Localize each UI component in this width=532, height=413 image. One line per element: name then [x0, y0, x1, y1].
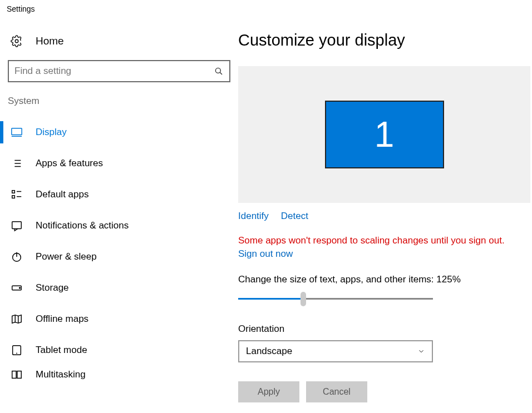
sidebar-item-label: Storage [36, 282, 69, 293]
sidebar-item-default-apps[interactable]: Default apps [0, 179, 238, 210]
apply-button[interactable]: Apply [238, 381, 299, 402]
signout-link[interactable]: Sign out now [238, 248, 293, 260]
svg-rect-13 [12, 196, 15, 198]
nav-list: Display Apps & features [0, 117, 238, 384]
scaling-warning: Some apps won't respond to scaling chang… [238, 235, 532, 246]
orientation-select[interactable]: Landscape [238, 340, 433, 362]
sidebar-item-label: Offline maps [36, 314, 88, 325]
svg-line-2 [220, 72, 222, 74]
display-arrangement-preview[interactable]: 1 [238, 66, 530, 203]
tablet-icon [10, 344, 23, 357]
scale-slider[interactable] [238, 292, 433, 305]
sidebar-item-apps-features[interactable]: Apps & features [0, 148, 238, 179]
sidebar-item-label: Power & sleep [36, 251, 97, 262]
storage-icon [10, 281, 23, 295]
sidebar: Home System Display [0, 18, 238, 412]
svg-point-1 [215, 68, 220, 73]
gear-icon [10, 34, 23, 48]
svg-point-19 [19, 287, 21, 288]
orientation-value: Landscape [246, 346, 292, 357]
sidebar-item-home[interactable]: Home [0, 34, 238, 60]
sidebar-item-tablet-mode[interactable]: Tablet mode [0, 335, 238, 366]
map-icon [10, 312, 23, 326]
main-panel: Customize your display 1 Identify Detect… [238, 18, 532, 412]
sidebar-item-label: Display [36, 127, 67, 138]
sidebar-item-label: Apps & features [36, 158, 103, 169]
sidebar-item-power-sleep[interactable]: Power & sleep [0, 241, 238, 272]
page-title: Customize your display [238, 31, 532, 49]
svg-point-0 [15, 39, 18, 43]
sidebar-item-label: Default apps [36, 189, 88, 200]
svg-rect-15 [12, 222, 22, 229]
notification-icon [10, 219, 23, 232]
sidebar-item-label: Notifications & actions [36, 220, 129, 231]
sidebar-item-multitasking[interactable]: Multitasking [0, 366, 238, 384]
section-header-system: System [0, 96, 238, 117]
svg-rect-3 [12, 128, 22, 135]
list-icon [10, 157, 23, 170]
chevron-down-icon [417, 347, 425, 355]
cancel-button[interactable]: Cancel [306, 381, 367, 402]
search-icon [214, 66, 224, 76]
orientation-label: Orientation [238, 324, 532, 335]
search-input[interactable] [14, 66, 214, 77]
sidebar-item-label: Multitasking [36, 369, 86, 380]
sidebar-item-storage[interactable]: Storage [0, 272, 238, 303]
defaults-icon [10, 188, 23, 201]
monitor-1[interactable]: 1 [325, 101, 444, 168]
monitor-icon [10, 126, 23, 139]
window-title: Settings [0, 0, 532, 18]
svg-rect-24 [12, 371, 16, 379]
svg-rect-11 [12, 191, 15, 193]
power-icon [10, 250, 23, 263]
multitasking-icon [10, 368, 23, 381]
scale-label: Change the size of text, apps, and other… [238, 274, 532, 285]
detect-link[interactable]: Detect [281, 211, 308, 222]
identify-link[interactable]: Identify [238, 211, 269, 222]
svg-rect-25 [17, 371, 21, 379]
monitor-number: 1 [375, 114, 395, 155]
sidebar-item-notifications[interactable]: Notifications & actions [0, 210, 238, 241]
sidebar-item-offline-maps[interactable]: Offline maps [0, 303, 238, 335]
sidebar-item-label: Tablet mode [36, 345, 87, 356]
search-input-wrap[interactable] [8, 60, 230, 82]
home-label: Home [36, 35, 64, 47]
sidebar-item-display[interactable]: Display [0, 117, 238, 148]
